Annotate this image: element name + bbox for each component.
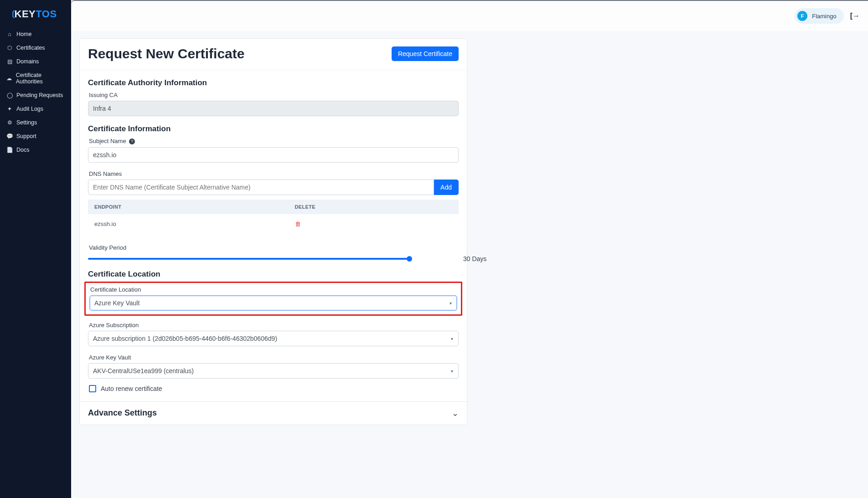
sidebar-item-domains[interactable]: ▤Domains	[0, 55, 71, 68]
sidebar-item-label: Audit Logs	[16, 106, 43, 112]
sidebar-item-docs[interactable]: 📄Docs	[0, 143, 71, 157]
pending-icon: ◯	[6, 92, 13, 98]
certificates-icon: ⬡	[6, 45, 13, 51]
sidebar-item-label: Home	[16, 31, 31, 37]
sidebar-item-certificates[interactable]: ⬡Certificates	[0, 41, 71, 55]
sidebar-item-label: Domains	[16, 58, 39, 65]
sidebar-item-label: Support	[16, 133, 36, 139]
advance-settings-toggle[interactable]: Advance Settings ⌄	[80, 401, 467, 425]
logout-icon[interactable]: [→	[850, 12, 860, 20]
section-location-title: Certificate Location	[88, 270, 459, 279]
endpoint-cell: ezssh.io	[94, 221, 295, 227]
logo: ⟮ KEYTOS	[0, 0, 71, 25]
sidebar-item-label: Pending Requests	[16, 92, 63, 98]
sidebar-item-settings[interactable]: ⚙Settings	[0, 116, 71, 129]
add-dns-button[interactable]: Add	[434, 180, 459, 195]
page-title: Request New Certificate	[88, 46, 244, 62]
sidebar-item-label: Docs	[16, 147, 29, 153]
sidebar-item-pending-requests[interactable]: ◯Pending Requests	[0, 88, 71, 102]
validity-slider[interactable]: 30 Days	[88, 258, 459, 260]
card-header: Request New Certificate Request Certific…	[80, 39, 467, 70]
azure-keyvault-label: Azure Key Vault	[88, 353, 459, 363]
topbar: F Flamingo [→	[71, 1, 868, 31]
chevron-down-icon: ⌄	[452, 408, 459, 418]
certificate-location-highlight: Certificate Location Azure Key Vault ▾	[84, 282, 462, 316]
content: Request New Certificate Request Certific…	[71, 31, 868, 439]
subject-name-label: Subject Name ?	[88, 136, 459, 147]
support-icon: 💬	[6, 133, 13, 139]
validity-period-label: Validity Period	[88, 243, 459, 253]
docs-icon: 📄	[6, 147, 13, 153]
validity-value: 30 Days	[463, 255, 513, 262]
audit-icon: ✦	[6, 106, 13, 112]
sidebar: ⟮ KEYTOS ⌂Home ⬡Certificates ▤Domains ☁C…	[0, 0, 71, 498]
subject-name-label-text: Subject Name	[89, 138, 126, 144]
domains-icon: ▤	[6, 58, 13, 65]
advance-settings-title: Advance Settings	[88, 408, 157, 418]
table-header-delete: DELETE	[295, 204, 452, 210]
subject-name-input[interactable]	[88, 147, 459, 163]
azure-subscription-label: Azure Subscription	[88, 320, 459, 331]
dns-name-input[interactable]	[88, 180, 434, 195]
section-cert-info-title: Certificate Information	[88, 124, 459, 133]
sidebar-item-cert-authorities[interactable]: ☁Certificate Authorities	[0, 68, 71, 88]
certificate-location-label: Certificate Location	[89, 285, 457, 295]
sidebar-item-label: Settings	[16, 119, 37, 126]
delete-endpoint-icon[interactable]: 🗑	[295, 221, 301, 227]
auto-renew-label: Auto renew certificate	[101, 385, 162, 392]
auto-renew-checkbox[interactable]	[89, 385, 96, 392]
request-certificate-card: Request New Certificate Request Certific…	[79, 38, 467, 425]
sidebar-item-home[interactable]: ⌂Home	[0, 27, 71, 41]
brand-part2: TOS	[36, 8, 57, 20]
avatar: F	[797, 11, 807, 21]
issuing-ca-value: Infra 4	[88, 101, 459, 116]
dns-names-label: DNS Names	[88, 169, 459, 180]
azure-keyvault-select[interactable]: AKV-CentralUSe1ea999 (centralus)	[88, 363, 459, 379]
table-row: ezssh.io 🗑	[88, 214, 459, 238]
table-header-endpoint: ENDPOINT	[94, 204, 295, 210]
user-chip[interactable]: F Flamingo	[795, 8, 843, 24]
home-icon: ⌂	[6, 31, 13, 37]
brand-part1: KEY	[15, 8, 36, 20]
issuing-ca-label: Issuing CA	[88, 90, 459, 101]
sidebar-item-audit-logs[interactable]: ✦Audit Logs	[0, 102, 71, 116]
sidebar-item-label: Certificates	[16, 45, 45, 51]
sidebar-item-support[interactable]: 💬Support	[0, 129, 71, 143]
section-ca-info-title: Certificate Authority Information	[88, 78, 459, 87]
azure-subscription-select[interactable]: Azure subscription 1 (2d026b05-b695-4460…	[88, 331, 459, 346]
cloud-icon: ☁	[6, 75, 12, 82]
request-certificate-button[interactable]: Request Certificate	[392, 46, 459, 61]
slider-thumb[interactable]	[407, 256, 412, 262]
gear-icon: ⚙	[6, 119, 13, 126]
dns-endpoints-table: ENDPOINT DELETE ezssh.io 🗑	[88, 200, 459, 238]
sidebar-item-label: Certificate Authorities	[16, 72, 65, 85]
main-area: F Flamingo [→ Request New Certificate Re…	[71, 0, 868, 498]
help-icon[interactable]: ?	[129, 139, 135, 144]
user-name: Flamingo	[812, 13, 836, 20]
sidebar-nav: ⌂Home ⬡Certificates ▤Domains ☁Certificat…	[0, 25, 71, 157]
certificate-location-select[interactable]: Azure Key Vault	[89, 295, 457, 311]
